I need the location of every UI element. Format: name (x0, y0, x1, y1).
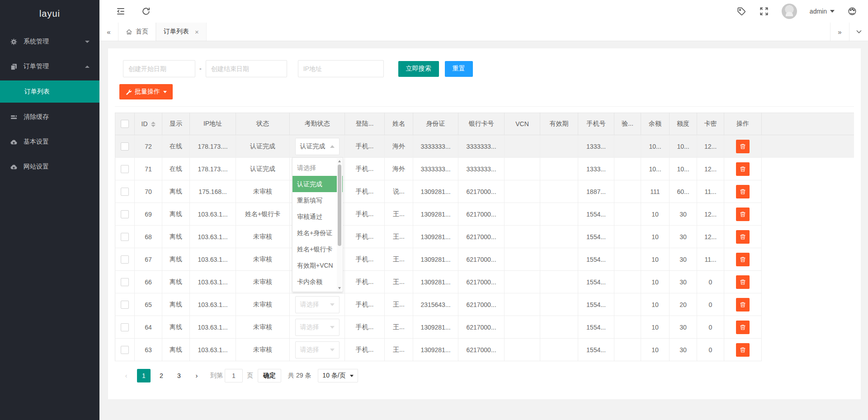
page-size-select[interactable]: 10 条/页 (318, 369, 358, 382)
row-checkbox[interactable] (121, 233, 129, 241)
search-form: - 立即搜索 重置 (123, 60, 854, 77)
delete-button[interactable] (736, 321, 750, 334)
wrench-icon (125, 89, 132, 95)
page-button-1[interactable]: 1 (137, 369, 151, 382)
sort-icon[interactable] (151, 122, 156, 127)
cell-status: 未审核 (236, 293, 290, 316)
dropdown-option[interactable]: 卡内余额 (292, 274, 343, 290)
tab-order-list[interactable]: 订单列表 × (156, 23, 207, 41)
user-menu[interactable]: admin (810, 8, 835, 15)
delete-button[interactable] (736, 253, 750, 266)
delete-button[interactable] (736, 275, 750, 289)
attendance-select[interactable]: 请选择 (295, 341, 340, 359)
tab-options-button[interactable] (849, 23, 868, 41)
select-all-checkbox[interactable] (121, 120, 129, 128)
attendance-select[interactable]: 请选择 (295, 319, 340, 336)
dropdown-option[interactable]: 认证完成 (292, 176, 343, 192)
cell-vcn (505, 158, 540, 180)
cell-idcard: 1309281... (413, 316, 458, 339)
dropdown-option[interactable]: 请选择 (292, 160, 343, 176)
next-page-button[interactable]: › (190, 369, 203, 382)
scroll-down-icon[interactable] (338, 287, 341, 289)
ip-address-input[interactable] (298, 60, 384, 77)
avatar[interactable] (782, 4, 797, 19)
delete-button[interactable] (736, 185, 750, 198)
prev-page-button[interactable]: ‹ (119, 369, 133, 382)
dropdown-option[interactable]: 姓名+银行卡 (292, 241, 343, 257)
dropdown-option[interactable]: 有效期+VCN (292, 257, 343, 274)
col-display: 显示 (162, 113, 190, 135)
cell-login: 手机... (345, 158, 385, 180)
tag-icon[interactable] (736, 6, 746, 16)
row-checkbox[interactable] (121, 301, 129, 309)
dropdown-option[interactable]: 重新填写 (292, 192, 343, 208)
row-checkbox[interactable] (121, 323, 129, 331)
cell-name: 王... (385, 316, 413, 339)
delete-button[interactable] (736, 140, 750, 153)
page-button-2[interactable]: 2 (155, 369, 168, 382)
delete-button[interactable] (736, 298, 750, 311)
tab-scroll-right-button[interactable]: » (830, 23, 849, 41)
refresh-icon[interactable] (141, 6, 151, 16)
attendance-select[interactable]: 请选择 (295, 296, 340, 313)
scrollbar-thumb[interactable] (338, 165, 341, 246)
sidebar-item-order-list[interactable]: 订单列表 (0, 80, 99, 103)
cell-name: 王... (385, 203, 413, 226)
col-login: 登陆... (345, 113, 385, 135)
copy-icon (10, 63, 18, 71)
cell-verify (614, 226, 641, 248)
tab-scroll-left-button[interactable]: « (99, 23, 118, 41)
delete-button[interactable] (736, 343, 750, 357)
page-size-value: 10 条/页 (322, 372, 345, 380)
cell-status: 未审核 (236, 339, 290, 361)
row-checkbox[interactable] (121, 165, 129, 173)
cell-login: 手机... (345, 316, 385, 339)
cell-bankcard: 6217000... (458, 271, 505, 293)
cell-name: 王... (385, 339, 413, 361)
end-date-input[interactable] (206, 60, 287, 77)
sidebar-item-clear-cache[interactable]: 清除缓存 (0, 106, 99, 128)
collapse-sidebar-icon[interactable] (116, 6, 126, 16)
start-date-input[interactable] (123, 60, 195, 77)
row-checkbox[interactable] (121, 278, 129, 286)
dropdown-option[interactable]: 审核通过 (292, 208, 343, 225)
row-checkbox[interactable] (121, 210, 129, 218)
sidebar-item-system[interactable]: 系统管理 (0, 31, 99, 52)
goto-confirm-button[interactable]: 确定 (258, 369, 281, 382)
row-filler (762, 135, 854, 158)
row-checkbox[interactable] (121, 142, 129, 151)
attendance-select[interactable]: 认证完成 (295, 138, 340, 155)
fullscreen-icon[interactable] (759, 6, 769, 16)
date-range-separator: - (199, 65, 202, 72)
theme-icon[interactable] (847, 6, 857, 16)
row-checkbox[interactable] (121, 346, 129, 354)
page-button-3[interactable]: 3 (172, 369, 186, 382)
chevron-up-icon (330, 145, 335, 148)
sidebar-item-orders[interactable]: 订单管理 (0, 56, 99, 77)
cell-op (724, 135, 762, 158)
col-cardsecret: 卡密 (697, 113, 724, 135)
sidebar-item-site-settings[interactable]: 网站设置 (0, 156, 99, 178)
cell-verify (614, 158, 641, 180)
delete-button[interactable] (736, 162, 750, 176)
tab-home[interactable]: 首页 (118, 23, 156, 41)
cell-verify (614, 293, 641, 316)
close-icon[interactable]: × (195, 28, 199, 36)
sidebar-item-label: 订单管理 (24, 62, 49, 71)
cell-id: 72 (135, 135, 162, 158)
goto-page-input[interactable] (225, 369, 243, 382)
column-label: 姓名 (392, 120, 405, 127)
dropdown-scrollbar[interactable] (337, 158, 342, 291)
chevron-down-icon (350, 375, 354, 377)
cell-phone: 1554... (578, 226, 614, 248)
delete-button[interactable] (736, 208, 750, 221)
scroll-up-icon[interactable] (338, 160, 341, 162)
row-checkbox[interactable] (121, 255, 129, 264)
dropdown-option[interactable]: 姓名+身份证 (292, 225, 343, 241)
sidebar-item-basic-settings[interactable]: 基本设置 (0, 131, 99, 153)
reset-button[interactable]: 重置 (445, 61, 473, 77)
search-button[interactable]: 立即搜索 (398, 61, 439, 77)
batch-operations-button[interactable]: 批量操作 (119, 84, 173, 99)
row-checkbox[interactable] (121, 188, 129, 196)
delete-button[interactable] (736, 230, 750, 244)
